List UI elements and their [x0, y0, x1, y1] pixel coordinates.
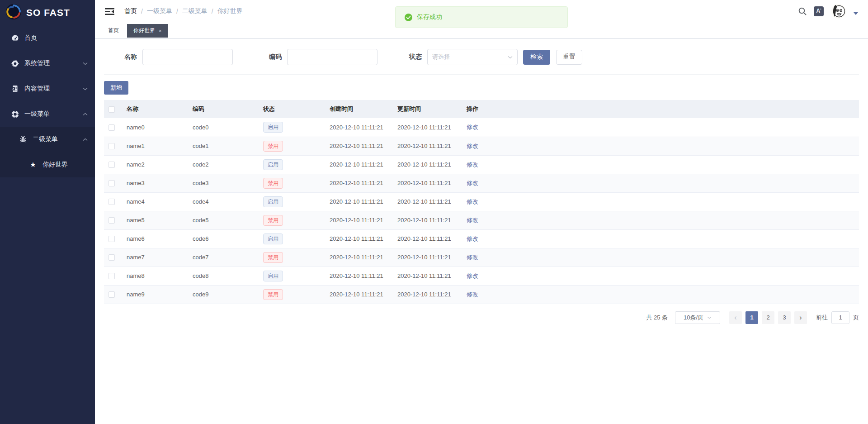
row-checkbox[interactable]	[108, 124, 115, 131]
search-icon[interactable]	[798, 7, 807, 15]
chevron-down-icon	[508, 56, 513, 59]
breadcrumb-item-level2[interactable]: 二级菜单	[182, 7, 208, 15]
edit-link[interactable]: 修改	[467, 124, 478, 130]
edit-link[interactable]: 修改	[467, 143, 478, 149]
page-button-3[interactable]: 3	[778, 311, 791, 324]
filter-group-status: 状态 请选择	[409, 49, 518, 65]
tab-hello-world[interactable]: 你好世界 ×	[127, 24, 168, 38]
name-input[interactable]	[142, 49, 233, 65]
cell-created: 2020-12-10 11:11:21	[325, 211, 393, 229]
edit-link[interactable]: 修改	[467, 198, 478, 205]
cell-name: name0	[122, 118, 188, 137]
row-checkbox[interactable]	[108, 217, 115, 224]
breadcrumb-item-current: 你好世界	[217, 7, 243, 15]
add-button[interactable]: 新增	[104, 81, 128, 95]
cell-code: code2	[188, 155, 259, 174]
cell-created: 2020-12-10 11:11:21	[325, 137, 393, 155]
breadcrumb-separator: /	[141, 8, 143, 15]
next-page-button[interactable]: ›	[794, 311, 807, 324]
status-badge: 启用	[263, 159, 283, 170]
edit-link[interactable]: 修改	[467, 180, 478, 186]
goto-prefix: 前往	[816, 314, 828, 322]
status-badge: 启用	[263, 196, 283, 207]
breadcrumb-item-level1[interactable]: 一级菜单	[147, 7, 172, 15]
header-created: 创建时间	[325, 100, 393, 118]
header-code: 编码	[188, 100, 259, 118]
cell-code: code9	[188, 285, 259, 304]
star-icon: ★	[29, 161, 37, 169]
row-checkbox[interactable]	[108, 162, 115, 168]
status-select[interactable]: 请选择	[427, 49, 518, 65]
filter-group-code: 编码	[269, 49, 377, 65]
cell-code: code4	[188, 192, 259, 211]
breadcrumb-separator: /	[176, 8, 178, 15]
sidebar-item-level1-menu[interactable]: 一级菜单	[0, 101, 95, 127]
pagination: 共 25 条 10条/页 ‹ 123 › 前往 页	[104, 311, 859, 324]
row-checkbox[interactable]	[108, 199, 115, 205]
sidebar-item-system[interactable]: 系统管理	[0, 51, 95, 76]
goto-page-input[interactable]	[831, 311, 849, 324]
row-checkbox[interactable]	[108, 143, 115, 149]
table-row: name8 code8 启用 2020-12-10 11:11:21 2020-…	[104, 267, 859, 285]
reset-button[interactable]: 重置	[556, 50, 582, 65]
cell-updated: 2020-12-10 11:11:21	[393, 229, 462, 248]
cell-code: code3	[188, 174, 259, 192]
menu-fold-icon[interactable]	[105, 8, 114, 15]
table-row: name3 code3 禁用 2020-12-10 11:11:21 2020-…	[104, 174, 859, 192]
select-all-checkbox[interactable]	[108, 106, 115, 113]
cell-name: name7	[122, 248, 188, 267]
sidebar-item-label: 二级菜单	[33, 135, 58, 143]
row-checkbox[interactable]	[108, 236, 115, 242]
logo[interactable]: SO FAST	[0, 0, 95, 25]
cell-name: name6	[122, 229, 188, 248]
page-content: 名称 编码 状态 请选择 检索 重置 新增	[95, 39, 868, 424]
cell-updated: 2020-12-10 11:11:21	[393, 248, 462, 267]
page-size-select[interactable]: 10条/页	[675, 311, 720, 324]
row-checkbox[interactable]	[108, 291, 115, 298]
edit-link[interactable]: 修改	[467, 272, 478, 279]
breadcrumb-item-home[interactable]: 首页	[124, 7, 137, 15]
edit-link[interactable]: 修改	[467, 254, 478, 261]
page-button-2[interactable]: 2	[762, 311, 774, 324]
status-badge: 启用	[263, 122, 283, 133]
pagination-goto: 前往 页	[816, 311, 859, 324]
sidebar-item-home[interactable]: 首页	[0, 25, 95, 51]
search-button[interactable]: 检索	[523, 50, 550, 65]
avatar[interactable]	[831, 4, 846, 19]
toast-message: 保存成功	[417, 13, 442, 21]
sidebar-item-label: 首页	[24, 34, 37, 42]
tab-label: 首页	[108, 27, 119, 34]
row-checkbox[interactable]	[108, 254, 115, 261]
edit-link[interactable]: 修改	[467, 217, 478, 224]
status-badge: 启用	[263, 271, 283, 281]
close-icon[interactable]: ×	[159, 28, 161, 33]
cell-name: name3	[122, 174, 188, 192]
filter-form: 名称 编码 状态 请选择 检索 重置	[104, 39, 859, 75]
page-button-1[interactable]: 1	[745, 311, 758, 324]
cell-name: name4	[122, 192, 188, 211]
table-row: name7 code7 禁用 2020-12-10 11:11:21 2020-…	[104, 248, 859, 267]
chevron-down-icon	[83, 87, 88, 91]
row-checkbox[interactable]	[108, 180, 115, 186]
edit-link[interactable]: 修改	[467, 291, 478, 298]
cell-name: name2	[122, 155, 188, 174]
code-input[interactable]	[287, 49, 377, 65]
sidebar-item-content[interactable]: 内容管理	[0, 76, 95, 101]
cell-created: 2020-12-10 11:11:21	[325, 155, 393, 174]
table-body: name0 code0 启用 2020-12-10 11:11:21 2020-…	[104, 118, 859, 304]
sidebar-item-label: 一级菜单	[24, 110, 50, 118]
edit-link[interactable]: 修改	[467, 161, 478, 168]
font-size-icon[interactable]: Aˣ	[814, 6, 824, 16]
tab-home[interactable]: 首页	[102, 24, 125, 38]
prev-page-button[interactable]: ‹	[729, 311, 742, 324]
row-checkbox[interactable]	[108, 273, 115, 279]
cell-code: code0	[188, 118, 259, 137]
status-badge: 禁用	[263, 141, 283, 152]
table-row: name2 code2 启用 2020-12-10 11:11:21 2020-…	[104, 155, 859, 174]
sidebar-item-hello-world[interactable]: ★ 你好世界	[0, 152, 95, 177]
pagination-total: 共 25 条	[646, 314, 668, 322]
header-actions: 操作	[462, 100, 859, 118]
user-caret-down-icon[interactable]	[854, 12, 858, 15]
sidebar-item-level2-menu[interactable]: 二级菜单	[0, 127, 95, 152]
edit-link[interactable]: 修改	[467, 235, 478, 242]
